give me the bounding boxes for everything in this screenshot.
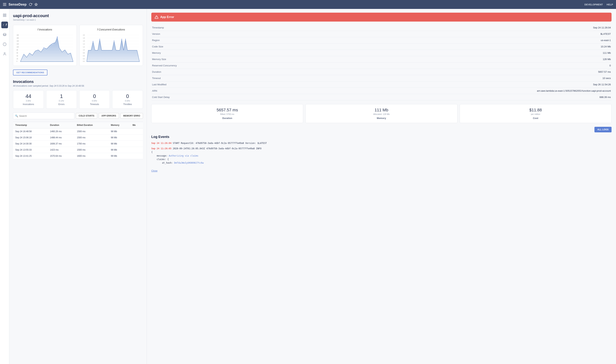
col-memory: Memory	[109, 122, 130, 129]
stat-invocations-label: Invocations	[16, 103, 41, 105]
app-title: SenseDeep	[9, 3, 26, 7]
search-input-wrap[interactable]: 🔍	[13, 113, 74, 119]
svg-point-59	[121, 39, 122, 40]
get-recommendations-button[interactable]: GET RECOMMENDATIONS	[13, 69, 47, 76]
svg-marker-55	[87, 39, 139, 62]
sidebar-item-profile[interactable]	[1, 51, 8, 57]
info-value: 10 secs	[185, 75, 612, 81]
log-message-indent: message:	[151, 155, 169, 157]
magic-icon[interactable]	[34, 3, 38, 6]
stat-throttles-number: 0	[115, 93, 140, 99]
sidebar-item-dashboard[interactable]	[1, 12, 8, 19]
stat-errors-number: 1	[49, 93, 74, 99]
info-value: 128 Mb	[185, 56, 612, 63]
stat-timeouts: 0 0.0/hr Timeouts	[79, 90, 110, 109]
sidebar-item-logs[interactable]	[1, 31, 8, 38]
log-detail: {	[151, 151, 153, 153]
warning-icon	[155, 15, 158, 19]
cold-starts-filter-button[interactable]: COLD STARTS	[76, 113, 97, 119]
left-panel: uapi-prod-account SenseDeep / us-east-1 …	[9, 9, 147, 364]
info-label: Region	[151, 37, 185, 43]
info-label: Reserved Concurrency	[151, 63, 185, 69]
table-row[interactable]: Sep 24 13:55:33 1423 ms 1500 ms 98 Mb	[13, 147, 143, 153]
all-logs-button[interactable]: ALL LOGS	[594, 127, 612, 132]
stat-errors: 1 0.1/hr Errors	[46, 90, 77, 109]
error-banner: App Error	[151, 13, 612, 22]
stat-invocations-rate: 3.9/hr	[16, 100, 41, 102]
table-row[interactable]: Sep 24 13:41:25 1570.64 ms 1600 ms 99 Mb	[13, 153, 143, 159]
svg-text:1.0: 1.0	[83, 49, 85, 51]
cell-memory: 98 Mb	[109, 129, 130, 135]
table-row[interactable]: Sep 24 16:48:58 1460.26 ms 1500 ms 98 Mb	[13, 129, 143, 135]
svg-rect-0	[3, 14, 4, 15]
close-link[interactable]: Close	[151, 169, 157, 172]
search-input[interactable]	[19, 115, 72, 117]
sidebar: f f	[0, 9, 9, 364]
hamburger-icon[interactable]	[3, 3, 6, 6]
cell-memory: 98 Mb	[109, 147, 130, 153]
info-label: Duration	[151, 69, 185, 75]
main-container: uapi-prod-account SenseDeep / us-east-1 …	[9, 9, 616, 364]
info-value: Sep 24 11:26:04	[185, 25, 612, 31]
info-row: Reserved Concurrency 0	[151, 63, 612, 69]
svg-marker-30	[20, 37, 73, 62]
metric-cards-row: 5657.57 ms Billed: 5700 ms Duration 111 …	[151, 104, 612, 123]
stat-throttles-label: Throttles	[115, 103, 140, 105]
stat-timeouts-label: Timeouts	[82, 103, 107, 105]
concurrent-svg: 2.0 1.8 1.6 1.4 1.2 1.0 0.8 0.6 0.4 0.2 …	[83, 33, 140, 63]
svg-text:1.6: 1.6	[83, 40, 85, 42]
info-value: arn:aws:lambda:us-east-1:505157862053:fu…	[185, 88, 612, 94]
info-row: Last Modified Sep 26 11:54:26	[151, 81, 612, 88]
sidebar-item-alerts[interactable]	[1, 41, 8, 48]
info-row: Cold Start Delay 688.39 ms	[151, 94, 612, 100]
svg-text:60: 60	[16, 52, 18, 53]
svg-point-56	[92, 41, 93, 42]
metric-duration-sub: Billed: 5700 ms	[154, 113, 300, 115]
table-row[interactable]: Sep 24 14:30:30 1606.37 ms 1700 ms 98 Mb	[13, 141, 143, 147]
info-row: Memory 111 Mb	[151, 50, 612, 56]
sidebar-item-functions[interactable]: f f	[1, 22, 8, 28]
svg-text:1.8: 1.8	[83, 37, 85, 39]
cell-memory: 98 Mb	[109, 135, 130, 141]
memory-errors-filter-button[interactable]: MEMORY ERRO	[120, 113, 143, 119]
svg-text:0.8: 0.8	[83, 52, 85, 53]
svg-text:0: 0	[16, 60, 17, 62]
cell-duration: 1606.37 ms	[48, 141, 75, 147]
app-errors-filter-button[interactable]: APP ERRORS	[99, 113, 119, 119]
info-label: Cold Start Delay	[151, 94, 185, 100]
log-event-1: Sep 24 11:26:04 START RequestId: 476d975…	[151, 142, 612, 145]
all-logs-row: ALL LOGS	[151, 127, 612, 132]
info-row: Version $LATEST	[151, 31, 612, 37]
info-value: 0	[185, 63, 612, 69]
svg-point-33	[43, 47, 44, 48]
refresh-icon[interactable]	[29, 3, 32, 6]
log-timestamp-2: Sep 24 11:26:05	[151, 147, 171, 150]
stat-errors-rate: 0.1/hr	[49, 100, 74, 102]
stat-timeouts-number: 0	[82, 93, 107, 99]
nav-left: SenseDeep	[3, 3, 38, 7]
info-label: ARN	[151, 88, 185, 94]
info-row: Region us-east-1	[151, 37, 612, 43]
stat-invocations-number: 44	[16, 93, 41, 99]
cell-extra	[130, 141, 143, 147]
top-nav: SenseDeep DEVELOPMENT HELP	[0, 0, 616, 9]
info-row: Memory Size 128 Mb	[151, 56, 612, 63]
help-label[interactable]: HELP	[606, 3, 613, 6]
metric-memory-value: 111 Mb	[308, 108, 454, 113]
metric-cost-value: $11.88	[462, 108, 609, 113]
svg-text:1.4: 1.4	[83, 43, 85, 45]
stat-timeouts-rate: 0.0/hr	[82, 100, 107, 102]
metric-duration-value: 5657.57 ms	[154, 108, 300, 113]
info-value: 10.24 Mb	[185, 43, 612, 50]
svg-text:1.2: 1.2	[83, 46, 85, 48]
cell-duration: 1460.26 ms	[48, 129, 75, 135]
invocations-section-title: Invocations	[13, 79, 143, 84]
table-row[interactable]: Sep 24 15:06:18 1488.44 ms 1500 ms 98 Mb	[13, 135, 143, 141]
stat-throttles: 0 0.0/hr Throttles	[112, 90, 143, 109]
log-message-value: Authorizing via claims	[169, 155, 198, 157]
concurrent-chart-area: 2.0 1.8 1.6 1.4 1.2 1.0 0.8 0.6 0.4 0.2 …	[83, 33, 140, 63]
info-value: Sep 26 11:54:26	[185, 81, 612, 88]
cell-memory: 98 Mb	[109, 141, 130, 147]
page-title: uapi-prod-account	[13, 13, 143, 18]
cell-timestamp: Sep 24 16:48:58	[13, 129, 48, 135]
